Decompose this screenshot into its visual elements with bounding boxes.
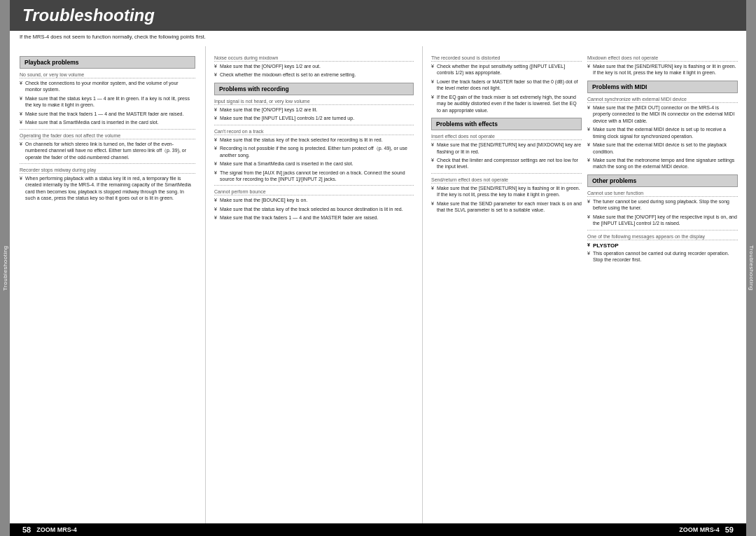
other-section-header: Other problems [587,174,738,187]
playback-sub1-label: No sound, or very low volume [20,72,195,78]
playback-sub3-label: Recorder stops midway during play [20,167,195,174]
noise-label: Noise occurs during mixdown [214,55,414,62]
other-sub2-label: One of the following messages appears on… [587,234,738,240]
divider-2 [20,163,195,164]
playback-item-2: Make sure that the status keys 1 — 4 are… [20,95,195,109]
midi-item-4: Make sure that the metronome tempo and t… [587,157,738,170]
effects-sub1-label: Insert effect does not operate [431,134,582,140]
noise-item-1: Make sure that the [ON/OFF] keys 1/2 are… [214,63,414,69]
plystop-label: PLYSTOP [587,242,738,249]
other-tuner-item-1: The tuner cannot be used during song pla… [587,198,738,212]
main-content: Troubleshooting If the MRS-4 does not se… [10,0,746,536]
footer-left: 58 ZOOM MRS-4 [22,525,77,534]
recording-item-1: Make sure that the [ON/OFF] keys 1/2 are… [214,106,414,113]
effects-send-item-1: Make sure that the [SEND/RETURN] key is … [431,185,582,198]
right-column: The recorded sound is distorted Check wh… [423,46,746,523]
page-wrapper: Troubleshooting Troubleshooting If the M… [0,0,756,536]
mixdown-item-1: Make sure that the [SEND/RETURN] key is … [587,63,738,76]
midi-section-header: Problems with MIDI [587,81,738,93]
recording-sub2-label: Can't record on a track [214,129,414,135]
footer-left-page: 58 [22,525,31,534]
effects-section-header: Problems with effects [431,118,582,130]
other-tuner-item-2: Make sure that the [ON/OFF] key of the r… [587,214,738,227]
left-column: Playback problems No sound, or very low … [10,46,206,523]
right-right-half: Mixdown effect does not operate Make sur… [587,52,738,265]
recording-section-header: Problems with recording [214,83,414,95]
intro-section: If the MRS-4 does not seem to function n… [10,31,746,46]
side-tab-right: Troubleshooting [746,0,756,536]
playback-fader-item: On channels for which stereo link is tur… [20,141,195,160]
plystop-desc: This operation cannot be carried out dur… [587,250,738,263]
recording-item-2: Make sure that the [INPUT LEVEL] control… [214,115,414,121]
recording-track-item-4: The signal from the [AUX IN] jacks canno… [214,170,414,183]
side-tab-left: Troubleshooting [0,0,10,536]
mixdown-label: Mixdown effect does not operate [587,55,738,62]
distorted-item-3: If the EQ gain of the track mixer is set… [431,94,582,114]
playback-stop-item: When performing playback with a status k… [20,175,195,202]
recording-sub3-label: Cannot perform bounce [214,189,414,195]
recording-track-item-1: Make sure that the status key of the tra… [214,137,414,143]
divider-3 [214,125,414,125]
effects-send-item-2: Make sure that the SEND parameter for ea… [431,200,582,214]
distorted-item-1: Check whether the input sensitivity sett… [431,63,582,76]
noise-item-2: Check whether the mixdown effect is set … [214,71,414,78]
distorted-label: The recorded sound is distorted [431,55,582,62]
recording-sub1-label: Input signal is not heard, or very low v… [214,99,414,105]
midi-item-1: Make sure that the [MIDI OUT] connector … [587,104,738,124]
divider-1 [20,129,195,130]
footer-right: ZOOM MRS-4 59 [679,525,734,534]
mid-column: Noise occurs during mixdown Make sure th… [206,46,423,523]
right-left-half: The recorded sound is distorted Check wh… [431,52,582,265]
footer-right-page: 59 [725,525,734,534]
page-title: Troubleshooting [22,6,155,25]
page-header: Troubleshooting [10,0,746,31]
divider-6 [587,230,738,231]
divider-5 [431,173,582,174]
bounce-item-2: Make sure that the status key of the tra… [214,206,414,212]
midi-item-2: Make sure that the external MIDI device … [587,126,738,139]
effects-sub2-label: Send/return effect does not operate [431,177,582,184]
effects-insert-item-1: Make sure that the [SEND/RETURN] key and… [431,142,582,155]
midi-item-3: Make sure that the external MIDI device … [587,142,738,155]
effects-insert-item-2: Check that the limiter and compressor se… [431,157,582,170]
bounce-item-3: Make sure that the track faders 1 — 4 an… [214,214,414,221]
distorted-item-2: Lower the track faders or MASTER fader s… [431,78,582,92]
bounce-item-1: Make sure that the [BOUNCE] key is on. [214,197,414,203]
playback-item-1: Check the connections to your monitor sy… [20,80,195,93]
playback-item-4: Make sure that a SmartMedia card is inse… [20,119,195,125]
playback-item-3: Make sure that the track faders 1 — 4 an… [20,111,195,117]
other-sub1-label: Cannot use tuner function [587,191,738,197]
recording-track-item-2: Recording is not possible if the song is… [214,145,414,158]
midi-sub1-label: Cannot synchronize with external MIDI de… [587,97,738,103]
footer: 58 ZOOM MRS-4 ZOOM MRS-4 59 [10,523,746,536]
footer-right-brand: ZOOM MRS-4 [679,526,720,533]
playback-sub2-label: Operating the fader does not affect the … [20,133,195,139]
recording-track-item-3: Make sure that a SmartMedia card is inse… [214,160,414,167]
playback-section-header: Playback problems [20,56,195,69]
content-body: Playback problems No sound, or very low … [10,46,746,523]
divider-4 [214,185,414,186]
footer-left-brand: ZOOM MRS-4 [36,526,77,533]
intro-text: If the MRS-4 does not seem to function n… [20,34,736,40]
